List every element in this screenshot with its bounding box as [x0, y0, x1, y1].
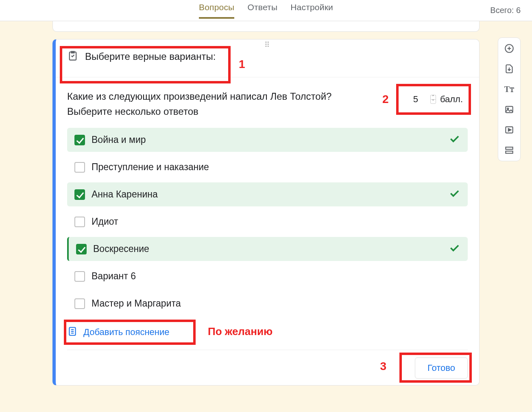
option-label: Война и мир: [92, 134, 146, 145]
points-stepper[interactable]: ˄ ˅: [430, 95, 436, 104]
callout-label-3: 3: [380, 360, 386, 373]
checkbox-icon[interactable]: [74, 271, 85, 282]
explanation-icon: [67, 326, 78, 338]
add-section-button[interactable]: [504, 145, 515, 156]
option-row[interactable]: Вариант 6: [67, 264, 468, 288]
svg-rect-13: [506, 147, 512, 149]
clipboard-check-icon: [67, 50, 78, 63]
prev-card-stub: [52, 21, 480, 32]
option-label: Преступление и наказание: [92, 162, 209, 173]
add-video-button[interactable]: [504, 124, 515, 136]
callout-label-2: 2: [382, 93, 389, 106]
tab-answers[interactable]: Ответы: [247, 2, 277, 19]
option-label: Воскресение: [93, 243, 149, 254]
option-row[interactable]: Мастер и Маргарита: [67, 291, 468, 316]
question-text: Какие из следующих произведений написал …: [67, 89, 331, 119]
header-bar: Вопросы Ответы Настройки Всего: 6: [0, 0, 532, 21]
checkbox-icon[interactable]: [74, 189, 85, 200]
points-box: 2 ˄ ˅ балл.: [400, 89, 468, 110]
import-questions-button[interactable]: [504, 63, 515, 75]
tab-settings[interactable]: Настройки: [290, 2, 333, 19]
option-row[interactable]: Преступление и наказание: [67, 155, 468, 179]
correct-check-icon: [448, 187, 460, 202]
option-label: Анна Каренина: [92, 189, 158, 200]
add-image-button[interactable]: [504, 104, 515, 115]
stepper-up-icon[interactable]: ˄: [430, 95, 436, 99]
add-explanation-row: Добавить пояснение По желанию: [67, 323, 468, 342]
correct-check-icon: [448, 133, 460, 147]
side-toolbar: Tᴛ: [498, 37, 521, 161]
section-title: Выберите верные варианты:: [85, 51, 216, 62]
option-label: Вариант 6: [92, 271, 136, 282]
add-title-button[interactable]: Tᴛ: [504, 83, 515, 95]
svg-marker-12: [508, 129, 511, 131]
stepper-down-icon[interactable]: ˅: [430, 99, 436, 104]
points-label: балл.: [440, 94, 463, 105]
answer-key-header: Выберите верные варианты: 1: [56, 39, 479, 77]
callout-label-optional: По желанию: [208, 325, 273, 338]
total-count: Всего: 6: [490, 6, 521, 15]
add-question-button[interactable]: [504, 43, 515, 54]
options-list: Война и мир Преступление и наказание Анн…: [67, 128, 468, 316]
correct-check-icon: [448, 242, 460, 256]
checkbox-icon[interactable]: [74, 298, 85, 309]
add-explanation-link[interactable]: Добавить пояснение: [83, 327, 169, 337]
option-row[interactable]: Анна Каренина: [67, 182, 468, 206]
question-card: ⠿ Выберите верные варианты: 1 Какие из с…: [52, 39, 480, 386]
option-label: Мастер и Маргарита: [92, 298, 181, 309]
checkbox-icon[interactable]: [74, 135, 85, 145]
callout-label-1: 1: [239, 58, 245, 71]
tab-questions[interactable]: Вопросы: [199, 2, 234, 19]
option-label: Идиот: [92, 216, 118, 227]
tabs: Вопросы Ответы Настройки: [199, 2, 333, 19]
option-row[interactable]: Воскресение: [67, 237, 468, 261]
card-footer: Готово 3: [67, 350, 468, 379]
done-button[interactable]: Готово: [415, 357, 468, 379]
tt-icon: Tᴛ: [504, 84, 514, 94]
checkbox-icon[interactable]: [74, 217, 85, 227]
points-input[interactable]: [405, 91, 426, 107]
checkbox-icon[interactable]: [74, 162, 85, 173]
option-row[interactable]: Война и мир: [67, 128, 468, 152]
option-row[interactable]: Идиот: [67, 210, 468, 234]
svg-rect-9: [506, 106, 512, 112]
checkbox-icon[interactable]: [76, 244, 87, 254]
svg-rect-14: [506, 151, 512, 153]
